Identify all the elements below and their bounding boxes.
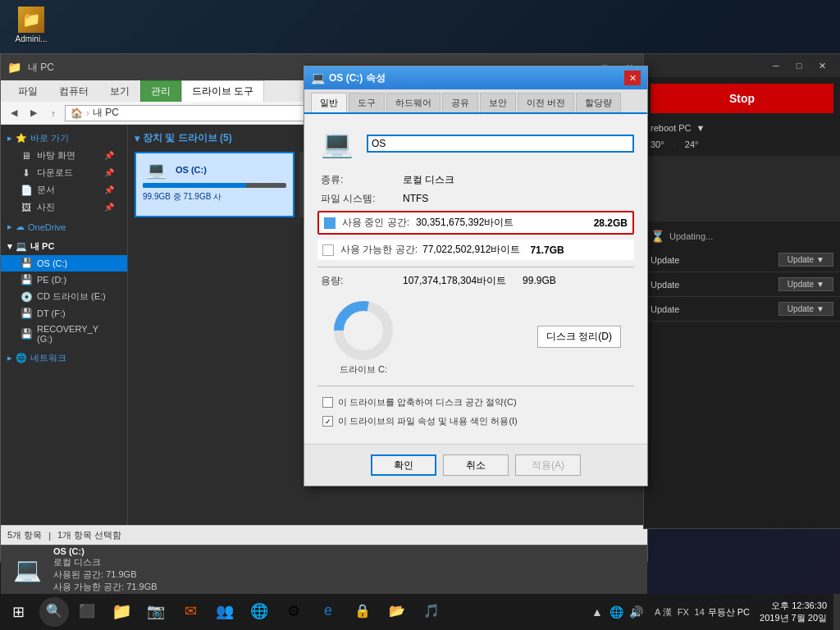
update-item-3: Update Update ▼ xyxy=(644,297,840,322)
taskbar-app-mail[interactable]: ✉ xyxy=(174,596,207,628)
taskbar-taskview[interactable]: ⬛ xyxy=(71,596,103,628)
dialog-tab-quota[interactable]: 할당량 xyxy=(576,93,621,112)
scroll-up-icon[interactable]: ▲ xyxy=(589,604,605,620)
updating-text: Updating... xyxy=(669,231,713,241)
dialog-close-button[interactable]: ✕ xyxy=(624,71,641,85)
preview-name: OS (C:) xyxy=(53,546,158,556)
ribbon-tab-manage[interactable]: 관리 xyxy=(140,80,181,102)
dialog-titlebar: 💻 OS (C:) 속성 ✕ xyxy=(304,66,647,89)
statusbar-separator: | xyxy=(48,531,51,541)
right-panel-maximize-button[interactable]: □ xyxy=(788,57,810,74)
address-home-icon: 🏠 xyxy=(71,107,83,119)
ribbon-tab-file[interactable]: 파일 xyxy=(7,80,48,102)
ribbon-tab-drive-tools[interactable]: 드라이브 도구 xyxy=(181,80,264,102)
right-panel-close-button[interactable]: ✕ xyxy=(810,57,833,74)
back-button[interactable]: ◀ xyxy=(6,105,22,121)
statusbar-items: 5개 항목 xyxy=(7,529,42,541)
desktop-icon-admin[interactable]: 📁 Admini... xyxy=(7,7,56,43)
apply-button[interactable]: 적용(A) xyxy=(515,454,581,476)
taskbar-app-camera[interactable]: 📷 xyxy=(139,596,172,628)
documents-sidebar-icon: 📄 xyxy=(21,185,32,196)
update-btn-3-text: Update xyxy=(788,304,814,313)
dialog-tab-prev-version[interactable]: 이전 버전 xyxy=(518,93,574,112)
dialog-tab-tools[interactable]: 도구 xyxy=(349,93,385,112)
fx-icon[interactable]: FX xyxy=(675,604,692,620)
language-text: A 漢 xyxy=(655,606,672,619)
checkbox1[interactable] xyxy=(322,397,333,408)
sidebar-quickaccess-header[interactable]: ▸ ⭐ 바로 가기 xyxy=(1,130,127,147)
notification-area[interactable]: 무등산 PC xyxy=(708,606,753,619)
dialog-title-icon: 💻 xyxy=(311,71,324,84)
dialog-tab-share[interactable]: 공유 xyxy=(442,93,478,112)
sidebar-cde-label: CD 드라이브 (E:) xyxy=(37,290,106,303)
statusbar: 5개 항목 | 1개 항목 선택함 xyxy=(1,525,647,545)
drive-c-name: OS (C:) xyxy=(176,165,286,175)
sidebar-quickaccess: ▸ ⭐ 바로 가기 🖥 바탕 화면 📌 ⬇ 다운로드 📌 xyxy=(1,128,127,217)
sidebar-item-cde[interactable]: 💿 CD 드라이브 (E:) xyxy=(1,288,127,305)
drive-c-icon: 💻 xyxy=(143,160,169,180)
taskbar-app-teams[interactable]: 👥 xyxy=(208,596,241,628)
filesystem-row: 파일 시스템: NTFS xyxy=(317,192,634,206)
network-icon: 🌐 xyxy=(16,353,27,363)
start-button[interactable]: ⊞ xyxy=(0,594,36,630)
statusbar-selected: 1개 항목 선택함 xyxy=(57,529,121,541)
ribbon-tab-view[interactable]: 보기 xyxy=(99,80,140,102)
dialog-body: 💻 종류: 로컬 디스크 파일 시스템: NTFS 사용 중인 공간: 30,3… xyxy=(304,114,647,444)
taskbar-language[interactable]: A 漢 xyxy=(651,606,675,619)
taskbar-clock[interactable]: 오후 12:36:30 2019년 7월 20일 xyxy=(753,600,833,625)
taskbar-app-lock[interactable]: 🔒 xyxy=(346,596,379,628)
cancel-button[interactable]: 취소 xyxy=(443,454,509,476)
sidebar: ▸ ⭐ 바로 가기 🖥 바탕 화면 📌 ⬇ 다운로드 📌 xyxy=(1,125,128,525)
taskbar-app-chrome[interactable]: 🌐 xyxy=(243,596,276,628)
sidebar-onedrive-header[interactable]: ▸ ☁ OneDrive xyxy=(1,219,127,235)
fx-label: FX xyxy=(678,607,689,617)
taskbar-app-media[interactable]: 🎵 xyxy=(415,596,448,628)
sidebar-item-pictures[interactable]: 🖼 사진 📌 xyxy=(1,199,127,216)
sidebar-documents-label: 문서 xyxy=(37,184,55,196)
disk-cleanup-button[interactable]: 디스크 정리(D) xyxy=(537,326,621,348)
checkbox2-row[interactable]: ✓ 이 드라이브의 파일 속성 및 내용 색인 허용(I) xyxy=(317,412,634,431)
update-btn-3[interactable]: Update ▼ xyxy=(778,302,833,316)
dialog-tab-general[interactable]: 일반 xyxy=(311,93,347,112)
update-dropdown-1-icon: ▼ xyxy=(816,255,824,264)
forward-button[interactable]: ▶ xyxy=(25,105,42,121)
sidebar-item-recoveryg[interactable]: 💾 RECOVERY_Y (G:) xyxy=(1,322,127,346)
drive-c[interactable]: 💻 OS (C:) 99.9GB 중 71.9GB 사 xyxy=(135,152,294,217)
cap-bytes: 107,374,178,304바이트 xyxy=(403,274,506,288)
network-tray-icon[interactable]: 🌐 xyxy=(609,604,625,620)
ok-button[interactable]: 확인 xyxy=(371,454,436,476)
taskbar-app-folder2[interactable]: 📂 xyxy=(381,596,413,628)
taskbar-app-explorer[interactable]: 📁 xyxy=(105,596,138,628)
sidebar-item-downloads[interactable]: ⬇ 다운로드 📌 xyxy=(1,164,127,181)
sidebar-downloads-label: 다운로드 xyxy=(37,167,73,179)
taskbar-cortana[interactable]: 🔍 xyxy=(39,597,69,627)
ribbon-tab-computer[interactable]: 컴퓨터 xyxy=(48,80,99,102)
dialog-tab-hardware[interactable]: 하드웨어 xyxy=(386,93,441,112)
volume-tray-icon[interactable]: 🔊 xyxy=(628,604,645,620)
dialog-tab-security[interactable]: 보안 xyxy=(480,93,516,112)
up-button[interactable]: ↑ xyxy=(45,105,62,121)
taskbar-corner[interactable] xyxy=(833,594,840,630)
right-panel-minimize-button[interactable]: ─ xyxy=(765,57,788,74)
chevron-mypc-icon: ▾ xyxy=(7,241,12,252)
checkbox2[interactable]: ✓ xyxy=(322,416,333,427)
used-label: 사용 중인 공간: xyxy=(342,216,416,230)
admin-icon: 📁 xyxy=(18,7,44,33)
stop-button[interactable]: Stop xyxy=(651,84,833,113)
sidebar-mypc-header[interactable]: ▾ 💻 내 PC xyxy=(1,238,127,255)
notification-text: 무등산 PC xyxy=(708,606,750,619)
taskbar-app-ie[interactable]: e xyxy=(312,596,345,628)
update-btn-1[interactable]: Update ▼ xyxy=(778,253,833,267)
sidebar-network-header[interactable]: ▸ 🌐 네트워크 xyxy=(1,349,127,367)
drive-name-input[interactable] xyxy=(367,135,634,153)
sidebar-item-dtf[interactable]: 💾 DT (F:) xyxy=(1,305,127,322)
sidebar-item-ped[interactable]: 💾 PE (D:) xyxy=(1,272,127,288)
update-btn-2[interactable]: Update ▼ xyxy=(778,277,833,291)
taskbar-app-settings[interactable]: ⚙ xyxy=(277,596,310,628)
checkbox1-row[interactable]: 이 드라이브를 압축하여 디스크 공간 절약(C) xyxy=(317,393,634,412)
sidebar-item-desktop[interactable]: 🖥 바탕 화면 📌 xyxy=(1,147,127,164)
sidebar-item-documents[interactable]: 📄 문서 📌 xyxy=(1,181,127,199)
sidebar-network-label: 네트워크 xyxy=(30,352,66,364)
sidebar-item-osc[interactable]: 💾 OS (C:) xyxy=(1,255,127,272)
donut-area: 드라이브 C: 디스크 정리(D) xyxy=(317,298,634,376)
